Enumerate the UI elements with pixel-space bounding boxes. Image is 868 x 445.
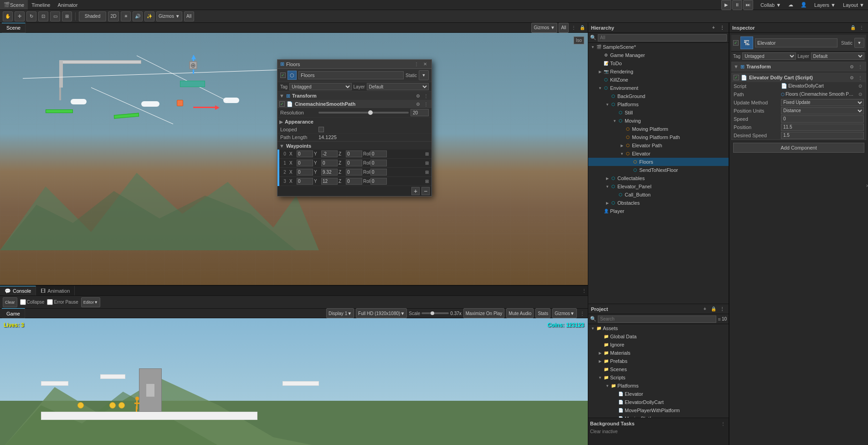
- hierarchy-more-btn[interactable]: ⋮: [719, 24, 726, 31]
- tool-rect[interactable]: ▭: [50, 11, 60, 21]
- pause-button[interactable]: ⏸: [732, 0, 742, 10]
- wp3-expand[interactable]: ⊞: [423, 178, 431, 185]
- hierarchy-item-collectables[interactable]: ▶ ⬡ Collectables: [588, 174, 729, 182]
- transform-settings[interactable]: ⚙: [848, 63, 855, 70]
- hierarchy-item-elevator[interactable]: ▼ ⬡ Elevator: [588, 150, 729, 158]
- hierarchy-item-gamemanager[interactable]: ⚙ Game Manager: [588, 51, 729, 59]
- view-fx[interactable]: ✨: [144, 11, 154, 21]
- transform-more2[interactable]: ⋮: [422, 92, 430, 99]
- waypoint-remove-btn[interactable]: −: [421, 187, 430, 195]
- hierarchy-item-killzone[interactable]: ⬡ KillZone: [588, 76, 729, 84]
- popup-close[interactable]: ✕: [421, 61, 429, 68]
- view-search[interactable]: All: [184, 11, 194, 21]
- wp3-y[interactable]: [321, 178, 338, 185]
- project-item-materials[interactable]: ▶ 📁 Materials: [588, 349, 729, 357]
- game-resolution-btn[interactable]: Full HD (1920x1080) ▼: [356, 308, 407, 318]
- unity-layers[interactable]: Layers ▼: [811, 0, 839, 10]
- hierarchy-item-background[interactable]: ⬡ BackGround: [588, 92, 729, 100]
- maximize-on-play-btn[interactable]: Maximize On Play: [463, 308, 505, 318]
- unity-collab[interactable]: Collab ▼: [757, 0, 785, 10]
- hierarchy-item-platforms[interactable]: ▼ ⬡ Platforms: [588, 100, 729, 109]
- iso-button[interactable]: Iso: [574, 36, 584, 44]
- project-search-input[interactable]: [598, 316, 716, 323]
- console-clear-btn[interactable]: Clear: [3, 297, 17, 307]
- popup-header[interactable]: ⊞ Floors ⋮ ✕: [277, 60, 431, 69]
- hierarchy-item-elevatorpath[interactable]: ▶ ⬡ Elevator Path: [588, 141, 729, 150]
- waypoints-header[interactable]: ▼ Waypoints: [277, 141, 431, 150]
- scene-gizmos-btn[interactable]: Gizmos ▼: [531, 23, 557, 33]
- elevator-settings[interactable]: ⚙: [848, 74, 855, 81]
- hierarchy-item-movingplatformpath[interactable]: ⬡ Moving Platform Path: [588, 133, 729, 141]
- resolution-input[interactable]: [411, 109, 429, 116]
- project-item-movingplatform-script[interactable]: 📄 MovingPlatform: [588, 414, 729, 418]
- view-lighting[interactable]: ☀: [121, 11, 131, 21]
- hierarchy-search-input[interactable]: [598, 34, 727, 41]
- hierarchy-item-elevator-panel[interactable]: ▼ ⬡ Elevator_Panel: [588, 182, 729, 191]
- component-elevator-header[interactable]: 📄 Elevator Dolly Cart (Script) ⚙ ⋮: [732, 73, 866, 82]
- hierarchy-item-moving[interactable]: ▼ ⬡ Moving: [588, 117, 729, 125]
- project-lock-btn[interactable]: 🔒: [710, 305, 717, 313]
- wp2-expand[interactable]: ⊞: [423, 169, 431, 176]
- play-button[interactable]: ▶: [721, 0, 731, 10]
- game-gizmos-btn[interactable]: Gizmos ▼: [552, 308, 577, 318]
- cinemachine-more[interactable]: ⋮: [422, 100, 430, 108]
- resolution-slider[interactable]: [318, 112, 409, 114]
- path-target-btn[interactable]: ⊙: [857, 91, 864, 98]
- object-name-input[interactable]: [755, 38, 837, 47]
- project-more-btn[interactable]: ⋮: [719, 305, 726, 313]
- wp1-z[interactable]: [346, 160, 362, 166]
- project-item-assets[interactable]: ▼ 📁 Assets: [588, 324, 729, 332]
- position-input[interactable]: [781, 124, 864, 131]
- tab-animation[interactable]: 🎞 Animation: [36, 286, 75, 296]
- inspector-lock-btn[interactable]: 🔒: [849, 24, 857, 31]
- wp2-y[interactable]: [321, 169, 338, 176]
- collapse-checkbox[interactable]: [20, 299, 26, 305]
- elevator-more[interactable]: ⋮: [857, 74, 864, 81]
- tool-hand[interactable]: ✋: [3, 11, 13, 21]
- waypoint-add-btn[interactable]: +: [411, 187, 420, 195]
- scene-lock-btn[interactable]: 🔒: [579, 24, 586, 31]
- console-more[interactable]: ⋮: [580, 287, 588, 295]
- wp1-y[interactable]: [321, 160, 338, 166]
- hierarchy-item-rendering[interactable]: ▶ 📷 Rendering: [588, 67, 729, 76]
- project-item-prefabs[interactable]: ▶ 📁 Prefabs: [588, 357, 729, 365]
- popup-object-icon[interactable]: ⬡: [288, 71, 297, 80]
- wp0-expand[interactable]: ⊞: [423, 150, 431, 158]
- move-handle[interactable]: ⊕: [189, 61, 197, 69]
- tab-game[interactable]: Game: [2, 308, 25, 318]
- update-method-select[interactable]: Fixed Update: [781, 99, 864, 106]
- tab-scene[interactable]: Scene: [2, 23, 26, 33]
- transform-settings2[interactable]: ⚙: [414, 92, 421, 99]
- unity-services[interactable]: ☁: [785, 0, 797, 10]
- unity-account[interactable]: 👤: [797, 0, 811, 10]
- object-active-checkbox[interactable]: [733, 40, 739, 46]
- bg-tasks-more[interactable]: ⋮: [719, 420, 727, 427]
- wp2-x[interactable]: [297, 169, 313, 176]
- hierarchy-item-todo[interactable]: 📝 ToDo: [588, 59, 729, 67]
- wp0-roll[interactable]: [370, 150, 387, 157]
- scale-slider[interactable]: [421, 312, 449, 314]
- wp0-y[interactable]: [321, 150, 338, 157]
- hierarchy-item-environment[interactable]: ▼ ⬡ Environment: [588, 84, 729, 92]
- appearance-header[interactable]: ▶ Appearance: [277, 118, 431, 126]
- wp0-z[interactable]: [346, 150, 362, 157]
- hierarchy-item-samplescene[interactable]: ▼ 🎬 SampleScene*: [588, 43, 729, 51]
- step-button[interactable]: ⏭: [743, 0, 753, 10]
- popup-static-dropdown[interactable]: ▼: [419, 70, 429, 80]
- hierarchy-item-movingplatform[interactable]: ⬡ Moving Platform: [588, 125, 729, 133]
- hierarchy-item-still[interactable]: ⬡ Still: [588, 109, 729, 117]
- static-dropdown[interactable]: ▼: [854, 38, 864, 48]
- wp3-roll[interactable]: [370, 178, 387, 185]
- hierarchy-add-btn[interactable]: +: [710, 24, 717, 31]
- console-editor-btn[interactable]: Editor ▼: [81, 297, 100, 307]
- view-gizmos[interactable]: Gizmos ▼: [156, 11, 182, 21]
- hierarchy-item-sendtonextfloor[interactable]: ⬡ SendToNextFloor: [588, 166, 729, 174]
- project-item-scripts[interactable]: ▼ 📁 Scripts: [588, 373, 729, 382]
- project-item-elevator-script[interactable]: 📄 Elevator: [588, 390, 729, 398]
- popup-cinemachine-header[interactable]: 📄 CinemachineSmoothPath ⚙ ⋮: [277, 100, 431, 108]
- popup-layer-select[interactable]: Default: [367, 83, 429, 90]
- looped-checkbox[interactable]: [318, 127, 324, 132]
- popup-tag-select[interactable]: Untagged: [289, 83, 351, 90]
- project-item-scenes[interactable]: 📁 Scenes: [588, 365, 729, 373]
- wp3-z[interactable]: [346, 178, 362, 185]
